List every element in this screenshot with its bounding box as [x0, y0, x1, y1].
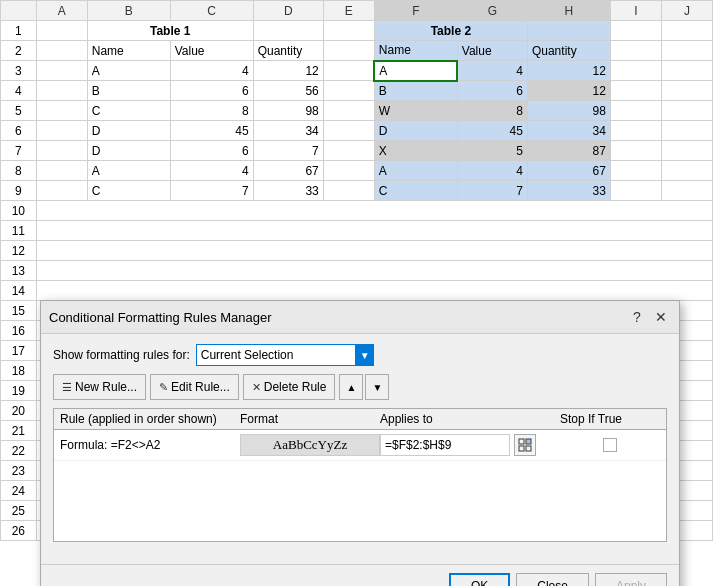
cell-a4[interactable]	[36, 81, 87, 101]
cell-b4[interactable]: B	[87, 81, 170, 101]
cell-a3[interactable]	[36, 61, 87, 81]
cell-a6[interactable]	[36, 121, 87, 141]
cell-i9[interactable]	[610, 181, 661, 201]
cell-f5[interactable]: W	[374, 101, 457, 121]
rule-row[interactable]: Formula: =F2<>A2 AaBbCcYyZz	[54, 430, 666, 461]
cell-b6[interactable]: D	[87, 121, 170, 141]
show-rules-select[interactable]: Current Selection	[196, 344, 356, 366]
cell-j2[interactable]	[661, 41, 712, 61]
cell-b7[interactable]: D	[87, 141, 170, 161]
cell-i6[interactable]	[610, 121, 661, 141]
show-rules-arrow[interactable]: ▼	[356, 344, 374, 366]
cell-d5[interactable]: 98	[253, 101, 323, 121]
col-header-f[interactable]: F	[374, 1, 457, 21]
cell-d1[interactable]	[253, 21, 323, 41]
cell-i7[interactable]	[610, 141, 661, 161]
cell-g2[interactable]: Value	[457, 41, 527, 61]
cell-c2[interactable]: Value	[170, 41, 253, 61]
cell-j3[interactable]	[661, 61, 712, 81]
cell-i1[interactable]	[610, 21, 661, 41]
cell-e5[interactable]	[323, 101, 374, 121]
cell-f9[interactable]: C	[374, 181, 457, 201]
cell-a8[interactable]	[36, 161, 87, 181]
cell-b3[interactable]: A	[87, 61, 170, 81]
cell-c7[interactable]: 6	[170, 141, 253, 161]
cell-b1[interactable]: Table 1	[87, 21, 253, 41]
cell-f6[interactable]: D	[374, 121, 457, 141]
cell-d7[interactable]: 7	[253, 141, 323, 161]
col-header-b[interactable]: B	[87, 1, 170, 21]
cell-c4[interactable]: 6	[170, 81, 253, 101]
applies-to-input[interactable]	[380, 434, 510, 456]
help-button[interactable]: ?	[627, 307, 647, 327]
col-header-c[interactable]: C	[170, 1, 253, 21]
cell-e2[interactable]	[323, 41, 374, 61]
cell-h2[interactable]: Quantity	[527, 41, 610, 61]
cell-g3[interactable]: 4	[457, 61, 527, 81]
cell-j7[interactable]	[661, 141, 712, 161]
cell-b2[interactable]: Name	[87, 41, 170, 61]
cell-d8[interactable]: 67	[253, 161, 323, 181]
cell-c6[interactable]: 45	[170, 121, 253, 141]
cell-g9[interactable]: 7	[457, 181, 527, 201]
cell-a1[interactable]	[36, 21, 87, 41]
col-header-e[interactable]: E	[323, 1, 374, 21]
cell-d4[interactable]: 56	[253, 81, 323, 101]
cell-h8[interactable]: 67	[527, 161, 610, 181]
cell-j8[interactable]	[661, 161, 712, 181]
cell-h1[interactable]	[527, 21, 610, 41]
cell-d6[interactable]: 34	[253, 121, 323, 141]
cell-i3[interactable]	[610, 61, 661, 81]
move-down-button[interactable]: ▼	[365, 374, 389, 400]
col-header-i[interactable]: I	[610, 1, 661, 21]
cell-e4[interactable]	[323, 81, 374, 101]
cell-f1[interactable]: Table 2	[374, 21, 527, 41]
cell-b5[interactable]: C	[87, 101, 170, 121]
cell-j4[interactable]	[661, 81, 712, 101]
cell-d3[interactable]: 12	[253, 61, 323, 81]
cell-e8[interactable]	[323, 161, 374, 181]
cell-f3[interactable]: A	[374, 61, 457, 81]
cell-a2[interactable]	[36, 41, 87, 61]
cell-b8[interactable]: A	[87, 161, 170, 181]
cell-d9[interactable]: 33	[253, 181, 323, 201]
delete-rule-button[interactable]: ✕ Delete Rule	[243, 374, 336, 400]
cell-ref-button[interactable]	[514, 434, 536, 456]
cell-h9[interactable]: 33	[527, 181, 610, 201]
cell-j9[interactable]	[661, 181, 712, 201]
close-button[interactable]: Close	[516, 573, 589, 586]
cell-j1[interactable]	[661, 21, 712, 41]
cell-f4[interactable]: B	[374, 81, 457, 101]
cell-h3[interactable]: 12	[527, 61, 610, 81]
cell-f2[interactable]: Name	[374, 41, 457, 61]
cell-g4[interactable]: 6	[457, 81, 527, 101]
cell-c5[interactable]: 8	[170, 101, 253, 121]
cell-g7[interactable]: 5	[457, 141, 527, 161]
col-header-a[interactable]: A	[36, 1, 87, 21]
apply-button[interactable]: Apply	[595, 573, 667, 586]
cell-h7[interactable]: 87	[527, 141, 610, 161]
col-header-j[interactable]: J	[661, 1, 712, 21]
cell-j6[interactable]	[661, 121, 712, 141]
cell-e9[interactable]	[323, 181, 374, 201]
show-rules-dropdown[interactable]: Current Selection ▼	[196, 344, 374, 366]
cell-e7[interactable]	[323, 141, 374, 161]
col-header-d[interactable]: D	[253, 1, 323, 21]
cell-b9[interactable]: C	[87, 181, 170, 201]
cell-a9[interactable]	[36, 181, 87, 201]
cell-h5[interactable]: 98	[527, 101, 610, 121]
cell-f8[interactable]: A	[374, 161, 457, 181]
ok-button[interactable]: OK	[449, 573, 510, 586]
new-rule-button[interactable]: ☰ New Rule...	[53, 374, 146, 400]
cell-c3[interactable]: 4	[170, 61, 253, 81]
cell-a7[interactable]	[36, 141, 87, 161]
cell-c9[interactable]: 7	[170, 181, 253, 201]
cell-e1[interactable]	[323, 21, 374, 41]
cell-f7[interactable]: X	[374, 141, 457, 161]
cell-g8[interactable]: 4	[457, 161, 527, 181]
cell-i8[interactable]	[610, 161, 661, 181]
cell-j5[interactable]	[661, 101, 712, 121]
cell-h6[interactable]: 34	[527, 121, 610, 141]
cell-i5[interactable]	[610, 101, 661, 121]
cell-a5[interactable]	[36, 101, 87, 121]
